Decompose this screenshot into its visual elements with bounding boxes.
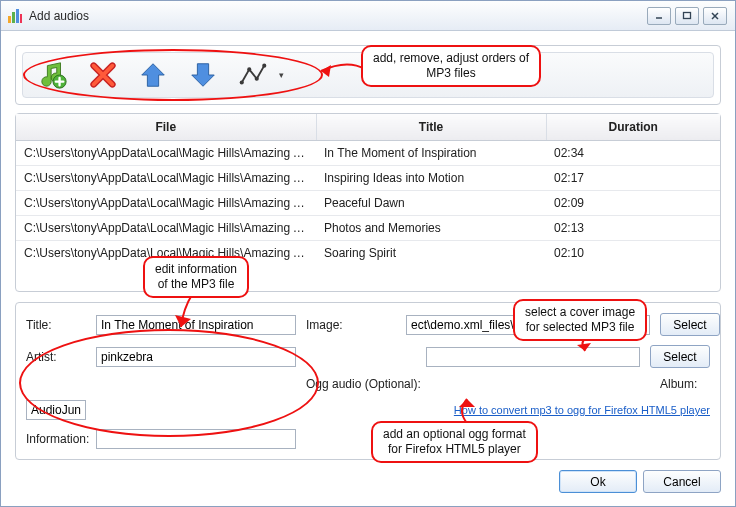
col-file[interactable]: File — [16, 114, 316, 141]
remove-audio-button[interactable] — [81, 55, 125, 95]
cell-duration: 02:34 — [546, 141, 720, 166]
label-information: Information: — [26, 432, 86, 446]
title-input[interactable] — [96, 315, 296, 335]
label-ogg: Ogg audio (Optional): — [306, 377, 650, 391]
add-audio-button[interactable] — [31, 55, 75, 95]
svg-rect-1 — [12, 12, 15, 23]
ok-button[interactable]: Ok — [559, 470, 637, 493]
cell-duration: 02:17 — [546, 166, 720, 191]
close-button[interactable] — [703, 7, 727, 25]
cell-duration: 02:10 — [546, 241, 720, 266]
cell-title: Photos and Memories — [316, 216, 546, 241]
table-row[interactable]: C:\Users\tony\AppData\Local\Magic Hills\… — [16, 216, 720, 241]
annotation-toolbar-note: add, remove, adjust orders of MP3 files — [361, 45, 541, 87]
col-title[interactable]: Title — [316, 114, 546, 141]
select-ogg-button[interactable]: Select — [650, 345, 710, 368]
help-link[interactable]: How to convert mp3 to ogg for Firefox HT… — [454, 404, 710, 416]
cell-file: C:\Users\tony\AppData\Local\Magic Hills\… — [16, 141, 316, 166]
svg-rect-5 — [684, 12, 691, 18]
col-duration[interactable]: Duration — [546, 114, 720, 141]
label-album: Album: — [660, 377, 710, 391]
cell-title: Soaring Spirit — [316, 241, 546, 266]
title-bar: Add audios — [1, 1, 735, 31]
information-input[interactable] — [96, 429, 296, 449]
window-title: Add audios — [29, 9, 89, 23]
svg-point-9 — [240, 80, 244, 84]
annotation-edit-note: edit information of the MP3 file — [143, 256, 249, 298]
app-icon — [7, 8, 23, 24]
artist-input[interactable] — [96, 347, 296, 367]
svg-point-10 — [247, 67, 251, 71]
label-image: Image: — [306, 318, 396, 332]
svg-rect-2 — [16, 9, 19, 23]
label-artist: Artist: — [26, 350, 86, 364]
annotation-cover-note: select a cover image for selected MP3 fi… — [513, 299, 647, 341]
svg-rect-0 — [8, 16, 11, 23]
cell-file: C:\Users\tony\AppData\Local\Magic Hills\… — [16, 166, 316, 191]
annotation-ogg-note: add an optional ogg format for Firefox H… — [371, 421, 538, 463]
table-row[interactable]: C:\Users\tony\AppData\Local\Magic Hills\… — [16, 241, 720, 266]
select-image-button[interactable]: Select — [660, 313, 720, 336]
move-down-button[interactable] — [181, 55, 225, 95]
cell-duration: 02:09 — [546, 191, 720, 216]
cell-file: C:\Users\tony\AppData\Local\Magic Hills\… — [16, 191, 316, 216]
minimize-button[interactable] — [647, 7, 671, 25]
ogg-input[interactable] — [426, 347, 640, 367]
cell-title: Peaceful Dawn — [316, 191, 546, 216]
maximize-button[interactable] — [675, 7, 699, 25]
svg-point-11 — [255, 77, 259, 81]
sort-button[interactable] — [231, 55, 275, 95]
label-title: Title: — [26, 318, 86, 332]
table-row[interactable]: C:\Users\tony\AppData\Local\Magic Hills\… — [16, 166, 720, 191]
sort-dropdown-caret[interactable]: ▾ — [279, 70, 289, 80]
album-input[interactable] — [26, 400, 86, 420]
table-row[interactable]: C:\Users\tony\AppData\Local\Magic Hills\… — [16, 141, 720, 166]
svg-point-12 — [262, 64, 266, 68]
cell-title: Inspiring Ideas into Motion — [316, 166, 546, 191]
cell-file: C:\Users\tony\AppData\Local\Magic Hills\… — [16, 216, 316, 241]
cancel-button[interactable]: Cancel — [643, 470, 721, 493]
table-row[interactable]: C:\Users\tony\AppData\Local\Magic Hills\… — [16, 191, 720, 216]
cell-duration: 02:13 — [546, 216, 720, 241]
move-up-button[interactable] — [131, 55, 175, 95]
svg-rect-3 — [20, 14, 22, 23]
audio-table: File Title Duration C:\Users\tony\AppDat… — [15, 113, 721, 292]
cell-title: In The Moment of Inspiration — [316, 141, 546, 166]
